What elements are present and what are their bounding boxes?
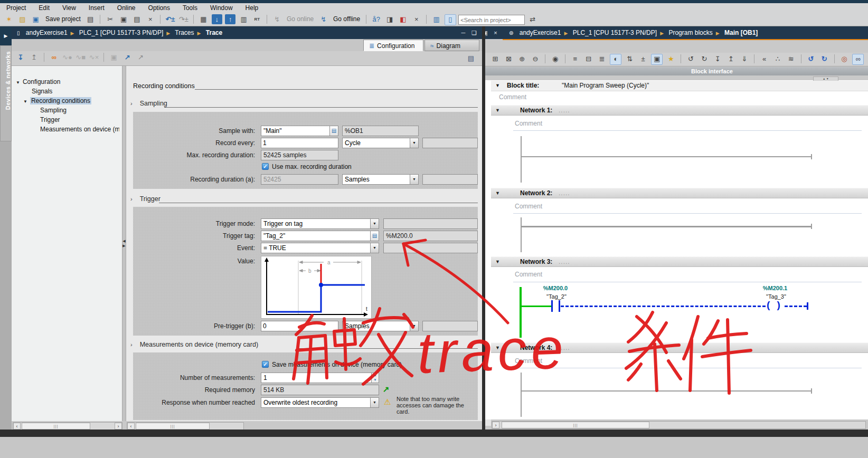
contact-left-bar[interactable]: [551, 300, 553, 312]
cancel-icon[interactable]: ×: [411, 14, 422, 24]
dropdown-arrow-icon[interactable]: ▼: [410, 321, 419, 331]
toggle-symbol-info-icon[interactable]: ±: [638, 54, 648, 64]
tree-item-recording-conditions[interactable]: ▼Recording conditions: [23, 97, 91, 106]
network-2-comment[interactable]: Comment: [515, 202, 542, 211]
spinner-up-icon[interactable]: ▲: [372, 373, 379, 378]
spinner-control[interactable]: ▲▼: [371, 373, 379, 383]
tag-list-icon[interactable]: ▤: [329, 126, 338, 136]
pretrigger-unit-select[interactable]: Samples▼: [342, 321, 419, 331]
open-project-icon[interactable]: ▨: [17, 14, 27, 24]
transfer-trace-config-icon[interactable]: ↧: [15, 52, 26, 62]
vertical-split-icon[interactable]: ▯: [445, 14, 456, 25]
network-overview-icon[interactable]: ≡: [570, 54, 580, 64]
tree-item-trigger[interactable]: Trigger: [40, 116, 60, 124]
close-window-icon[interactable]: ×: [492, 26, 499, 39]
delete-row-icon[interactable]: ⊖: [530, 54, 541, 64]
trigger-tag-input[interactable]: "Tag_2"▤: [261, 231, 379, 241]
download-to-device-icon[interactable]: ↓: [212, 14, 222, 24]
float-window-icon[interactable]: ❏: [470, 26, 478, 39]
sampling-section-header[interactable]: ›Sampling: [130, 100, 167, 107]
tree-hscrollbar[interactable]: ‹ ||| ›: [13, 422, 122, 430]
test-watch-icon[interactable]: ◎: [839, 54, 850, 64]
copy-measurement-icon[interactable]: ▣: [109, 52, 119, 62]
save-project-button[interactable]: Save project: [45, 13, 81, 25]
upload-from-device-icon[interactable]: ↑: [225, 14, 235, 24]
select-operand-icon[interactable]: ◉: [550, 54, 561, 64]
tree-item-measurements[interactable]: Measurements on device (m...: [40, 125, 119, 133]
number-of-measurements-input[interactable]: 1▲▼: [261, 373, 379, 383]
search-input[interactable]: [458, 15, 525, 25]
jump-to-definition-icon[interactable]: «: [759, 54, 770, 64]
network-title-placeholder[interactable]: .....: [559, 257, 570, 267]
new-project-icon[interactable]: ✶: [4, 14, 14, 24]
collapse-arrow-icon[interactable]: ▼: [495, 343, 500, 353]
rung[interactable]: [521, 156, 811, 157]
start-runtime-icon[interactable]: RT: [252, 14, 262, 24]
online-diagnostics-icon[interactable]: å?: [371, 14, 382, 24]
duration-unit-select[interactable]: Samples▼: [342, 174, 419, 185]
call-structure-icon[interactable]: ∴: [772, 54, 783, 64]
stop-trace-icon[interactable]: ∿■: [76, 52, 86, 62]
rung[interactable]: [521, 226, 811, 227]
scroll-left-icon[interactable]: ‹: [13, 423, 21, 430]
menu-options[interactable]: Options: [142, 3, 176, 13]
menu-online[interactable]: Online: [111, 3, 142, 13]
collapse-arrow-icon[interactable]: ▼: [495, 81, 500, 91]
expand-operands-icon[interactable]: ⇅: [625, 54, 635, 64]
tag-list-icon[interactable]: ▤: [370, 231, 379, 241]
import-measurement-icon[interactable]: ↗: [135, 52, 146, 62]
compile-icon[interactable]: ⇓: [739, 54, 750, 64]
go-offline-icon[interactable]: ↻: [819, 54, 829, 64]
menu-project[interactable]: Project: [0, 3, 32, 13]
consistency-check-icon[interactable]: ↻: [699, 54, 710, 64]
go-offline-button[interactable]: Go offline: [333, 13, 360, 25]
insert-row-icon[interactable]: ⊕: [517, 54, 527, 64]
measurements-section-header[interactable]: ›Measurements on device (memory card): [130, 341, 258, 348]
editor-hscrollbar[interactable]: › |||: [492, 421, 866, 429]
network-3-comment[interactable]: Comment: [515, 270, 542, 279]
menu-insert[interactable]: Insert: [82, 3, 111, 13]
project-library-icon[interactable]: ⇄: [527, 14, 538, 24]
paste-icon[interactable]: ▤: [131, 14, 142, 24]
tree-item-signals[interactable]: Signals: [32, 87, 52, 96]
insert-network-icon[interactable]: ⊞: [490, 54, 501, 64]
save-project-icon[interactable]: ▣: [31, 14, 41, 24]
menu-help[interactable]: Help: [239, 3, 265, 13]
tree-item-configuration[interactable]: ▼Configuration: [16, 78, 60, 87]
block-comment[interactable]: Comment: [499, 93, 526, 101]
scroll-right-icon[interactable]: ›: [492, 422, 499, 428]
portal-view-arrow-icon[interactable]: ▶: [0, 26, 12, 45]
network-list-icon[interactable]: ≣: [597, 54, 607, 64]
delete-icon[interactable]: ×: [145, 14, 156, 24]
network-title-placeholder[interactable]: .....: [559, 106, 570, 116]
use-max-duration-checkbox[interactable]: ✓: [262, 163, 269, 170]
event-select[interactable]: = TRUE▼: [261, 243, 379, 253]
go-online-button[interactable]: Go online: [287, 13, 314, 25]
network-4-comment[interactable]: Comment: [515, 357, 542, 365]
form-hscrollbar[interactable]: ‹ |||: [127, 422, 244, 430]
network-title[interactable]: Network 1:: [520, 106, 552, 116]
start-cpu-icon[interactable]: ◨: [384, 14, 395, 24]
collapse-arrow-icon[interactable]: ▼: [495, 106, 500, 116]
trigger-section-header[interactable]: ›Trigger: [130, 195, 161, 203]
cross-references-icon[interactable]: ≋: [786, 54, 796, 64]
pretrigger-input[interactable]: [261, 321, 338, 331]
redo-icon[interactable]: ↷±: [178, 14, 189, 24]
delete-network-icon[interactable]: ⊠: [503, 54, 514, 64]
collapse-arrow-icon[interactable]: ▼: [16, 80, 20, 85]
dropdown-arrow-icon[interactable]: ▼: [370, 218, 379, 229]
accessible-devices-icon[interactable]: ▦: [199, 14, 209, 24]
dropdown-arrow-icon[interactable]: ▼: [410, 138, 419, 148]
contact-right-bar[interactable]: [559, 300, 560, 312]
sample-with-input[interactable]: "Main"▤: [261, 126, 338, 136]
minimize-window-icon[interactable]: ─: [459, 26, 467, 39]
split-editor-icon[interactable]: ⊟: [583, 54, 594, 64]
block-title-value[interactable]: "Main Program Sweep (Cycle)": [562, 81, 649, 91]
print-icon[interactable]: ▤: [85, 14, 96, 24]
go-online-icon[interactable]: ↯: [272, 14, 282, 24]
breadcrumb-plc[interactable]: PLC_1 [CPU 1517T-3 PN/DP]: [79, 29, 163, 36]
properties-toggle-icon[interactable]: ▤: [466, 53, 476, 63]
network-title-placeholder[interactable]: .....: [559, 343, 570, 353]
scroll-right-icon[interactable]: ›: [115, 423, 122, 430]
dropdown-arrow-icon[interactable]: ▼: [370, 243, 379, 253]
